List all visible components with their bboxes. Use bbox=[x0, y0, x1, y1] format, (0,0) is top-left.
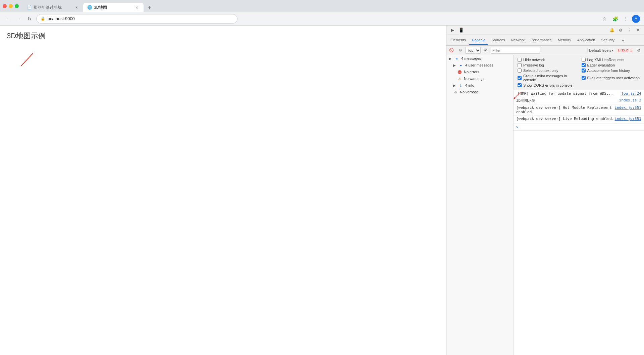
tab-2-favicon: 🌐 bbox=[87, 5, 92, 10]
msg-item-user[interactable]: ▶ ● 4 user messages bbox=[446, 62, 513, 69]
msg-verbose-icon: ⊙ bbox=[453, 90, 458, 94]
minimize-button[interactable] bbox=[9, 4, 13, 8]
back-button[interactable]: ← bbox=[4, 15, 12, 23]
log-xml-checkbox[interactable] bbox=[582, 58, 586, 62]
console-settings: Hide network Log XMLHttpRequests Preserv… bbox=[514, 55, 644, 90]
tab-application[interactable]: Application bbox=[575, 36, 598, 45]
log-link-2[interactable]: index.js:2 bbox=[619, 98, 641, 102]
setting-autocomplete: Autocomplete from history bbox=[582, 69, 640, 73]
bookmark-icon[interactable]: ☆ bbox=[600, 14, 609, 24]
msg-info-icon: ℹ bbox=[459, 83, 463, 88]
setting-eval-triggers: Evaluate triggers user activation bbox=[582, 74, 640, 82]
svg-line-0 bbox=[21, 53, 33, 66]
reload-button[interactable]: ↻ bbox=[25, 15, 34, 23]
msg-item-verbose[interactable]: ⊙ No verbose bbox=[446, 89, 513, 95]
msg-item-all[interactable]: ▶ ≡ 4 messages bbox=[446, 55, 513, 62]
prompt-symbol: > bbox=[516, 125, 519, 129]
selected-ctx-checkbox[interactable] bbox=[518, 69, 522, 73]
extensions-icon[interactable]: 🧩 bbox=[610, 14, 620, 24]
setting-log-xml: Log XMLHttpRequests bbox=[582, 58, 640, 62]
msg-item-errors[interactable]: ⛔ No errors bbox=[446, 69, 513, 75]
log-text-3: [webpack-dev-server] Hot Module Replacem… bbox=[516, 105, 615, 114]
autocomplete-label: Autocomplete from history bbox=[587, 69, 630, 73]
tab-2-close[interactable]: ✕ bbox=[134, 5, 140, 10]
traffic-lights bbox=[3, 4, 19, 8]
console-filter-input[interactable] bbox=[491, 47, 540, 54]
close-button[interactable] bbox=[3, 4, 7, 8]
tab-network[interactable]: Network bbox=[508, 36, 527, 45]
log-link-4[interactable]: index.js:551 bbox=[615, 117, 641, 121]
eager-eval-checkbox[interactable] bbox=[582, 63, 586, 67]
log-link-3[interactable]: index.js:551 bbox=[615, 105, 641, 110]
lock-icon: 🔒 bbox=[41, 16, 45, 21]
autocomplete-checkbox[interactable] bbox=[582, 69, 586, 73]
msg-error-icon: ⛔ bbox=[457, 70, 462, 74]
inspect-element-icon[interactable]: ▶ bbox=[448, 26, 457, 34]
log-entry-4: [webpack-dev-server] Live Reloading enab… bbox=[514, 116, 644, 122]
profile-icon[interactable]: A bbox=[632, 15, 640, 23]
preserve-log-checkbox[interactable] bbox=[518, 63, 522, 67]
tab-security[interactable]: Security bbox=[598, 36, 617, 45]
eval-triggers-checkbox[interactable] bbox=[582, 76, 586, 80]
selected-ctx-label: Selected context only bbox=[523, 69, 558, 73]
eager-eval-label: Eager evaluation bbox=[587, 63, 615, 67]
address-text: localhost:9000 bbox=[47, 16, 75, 21]
toolbar-right: ☆ 🧩 ⋮ A bbox=[600, 14, 640, 24]
tab-1-close[interactable]: ✕ bbox=[74, 5, 79, 10]
address-input[interactable]: 🔒 localhost:9000 bbox=[36, 14, 237, 24]
notification-icon[interactable]: 🔔 bbox=[608, 26, 616, 34]
log-link-1[interactable]: log.js:24 bbox=[621, 91, 641, 96]
tab-memory[interactable]: Memory bbox=[555, 36, 574, 45]
setting-selected-ctx: Selected context only bbox=[518, 69, 576, 73]
settings-icon[interactable]: ⚙ bbox=[616, 26, 625, 34]
log-prompt-line[interactable]: > bbox=[514, 124, 644, 131]
expand-info-arrow: ▶ bbox=[453, 84, 456, 87]
tab-console[interactable]: Console bbox=[469, 36, 488, 45]
show-cors-checkbox[interactable] bbox=[518, 83, 522, 87]
default-levels[interactable]: Default levels ▾ bbox=[587, 48, 615, 52]
close-devtools-icon[interactable]: ✕ bbox=[634, 26, 642, 34]
context-selector[interactable]: top bbox=[465, 47, 481, 54]
hide-network-checkbox[interactable] bbox=[518, 58, 522, 62]
new-tab-button[interactable]: + bbox=[145, 3, 154, 12]
devtools-panel: ▶ 📱 🔔 ⚙ ⋮ ✕ Elements Console Sources Net… bbox=[446, 26, 644, 355]
devtools-tabs: Elements Console Sources Network Perform… bbox=[446, 35, 644, 46]
tab-performance[interactable]: Performance bbox=[528, 36, 554, 45]
msg-all-icon: ≡ bbox=[454, 56, 459, 61]
log-entry-3: [webpack-dev-server] Hot Module Replacem… bbox=[514, 104, 644, 116]
console-toolbar: 🚫 ⊘ top 👁 Default levels ▾ 1 Issue: 1 ⚙ bbox=[446, 46, 644, 55]
red-arrow-annotation bbox=[19, 52, 36, 69]
tab-1-favicon: 📄 bbox=[27, 5, 32, 10]
msg-item-warnings[interactable]: ⚠ No warnings bbox=[446, 75, 513, 82]
tab-1[interactable]: 📄 那些年踩过的坑 ✕ bbox=[23, 3, 83, 12]
devtools-header: ▶ 📱 🔔 ⚙ ⋮ ✕ bbox=[446, 26, 644, 35]
forward-button[interactable]: → bbox=[15, 15, 23, 23]
log-entry-2: 3D地图示例 index.js:2 bbox=[514, 97, 644, 104]
default-levels-chevron: ▾ bbox=[612, 49, 613, 52]
menu-icon[interactable]: ⋮ bbox=[621, 14, 631, 24]
device-toggle-icon[interactable]: 📱 bbox=[457, 26, 465, 34]
msg-user-icon: ● bbox=[459, 63, 463, 68]
msg-info-label: 4 info bbox=[465, 83, 474, 87]
issue-badge[interactable]: 1 Issue: 1 bbox=[616, 48, 633, 52]
default-levels-label: Default levels bbox=[589, 48, 611, 52]
console-right: Hide network Log XMLHttpRequests Preserv… bbox=[514, 55, 644, 355]
group-similar-label: Group similar messages in console bbox=[523, 74, 576, 82]
eval-triggers-label: Evaluate triggers user activation bbox=[587, 76, 640, 80]
log-xml-label: Log XMLHttpRequests bbox=[587, 58, 625, 62]
console-settings-icon[interactable]: ⚙ bbox=[635, 46, 643, 54]
group-similar-checkbox[interactable] bbox=[518, 76, 522, 80]
tab-sources[interactable]: Sources bbox=[489, 36, 507, 45]
setting-show-cors: Show CORS errors in console bbox=[518, 83, 576, 87]
tab-2[interactable]: 🌐 3D地图 ✕ bbox=[83, 3, 144, 12]
more-tabs-icon[interactable]: » bbox=[619, 36, 627, 44]
tab-elements[interactable]: Elements bbox=[448, 36, 469, 45]
tab-2-title: 3D地图 bbox=[94, 5, 133, 10]
msg-item-info[interactable]: ▶ ℹ 4 info bbox=[446, 82, 513, 89]
maximize-button[interactable] bbox=[15, 4, 19, 8]
toggle-messages-icon[interactable]: ⊘ bbox=[457, 47, 464, 54]
clear-console-icon[interactable]: 🚫 bbox=[448, 47, 455, 54]
eye-icon[interactable]: 👁 bbox=[482, 47, 489, 54]
more-tools-icon[interactable]: ⋮ bbox=[625, 26, 633, 34]
page-content: 3D地图示例 bbox=[0, 26, 446, 355]
